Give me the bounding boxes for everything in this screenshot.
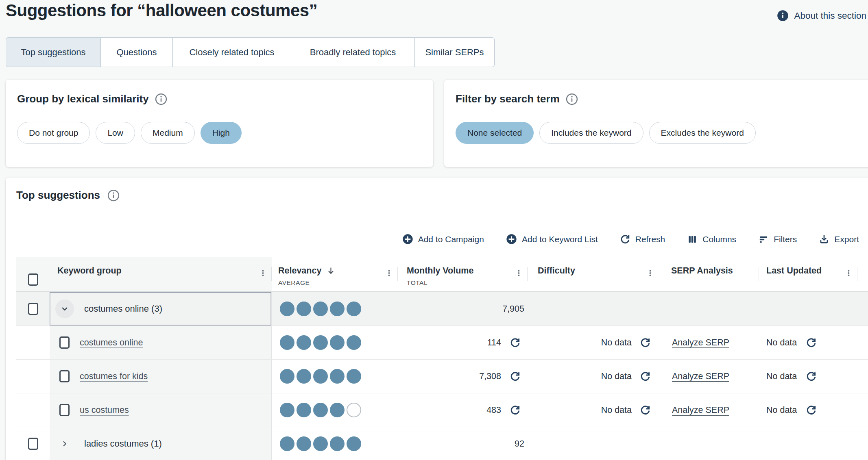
tab-closely-related-topics[interactable]: Closely related topics [172, 37, 291, 67]
monthly-volume-value: 7,308 [479, 371, 501, 382]
keyword-group-label: costumes online (3) [84, 304, 162, 314]
column-header-keyword-group: Keyword group [57, 266, 122, 276]
monthly-volume-value: 483 [486, 405, 501, 415]
info-icon[interactable] [107, 189, 120, 202]
last-updated-value: No data [766, 405, 797, 415]
monthly-volume-value: 92 [515, 439, 524, 449]
last-updated-value: No data [766, 338, 797, 348]
add-to-campaign-button[interactable]: Add to Campaign [402, 234, 484, 245]
group-option-do-not-group[interactable]: Do not group [17, 122, 90, 144]
info-icon[interactable] [566, 93, 578, 105]
export-label: Export [834, 234, 859, 244]
refresh-updated-icon[interactable] [806, 371, 817, 382]
difficulty-value: No data [601, 338, 632, 348]
column-menu-icon[interactable] [515, 267, 523, 279]
difficulty-value: No data [601, 371, 632, 382]
filter-by-search-term-card: Filter by search term None selected Incl… [444, 80, 868, 167]
refresh-button[interactable]: Refresh [620, 234, 665, 245]
keyword-group-label: ladies costumes (1) [84, 438, 162, 449]
group-option-high[interactable]: High [201, 122, 242, 144]
suggestion-type-tabs: Top suggestions Questions Closely relate… [6, 37, 495, 67]
column-menu-icon[interactable] [646, 267, 654, 279]
keyword-link[interactable]: costumes online [80, 338, 143, 348]
difficulty-value: No data [601, 405, 632, 415]
group-by-card-title: Group by lexical similarity [17, 93, 149, 105]
refresh-difficulty-icon[interactable] [640, 405, 651, 416]
refresh-difficulty-icon[interactable] [640, 371, 651, 382]
column-header-serp-analysis: SERP Analysis [671, 266, 733, 276]
tab-similar-serps[interactable]: Similar SERPs [414, 37, 495, 67]
row-checkbox[interactable] [59, 404, 70, 416]
filter-icon [758, 234, 769, 245]
row-checkbox[interactable] [59, 336, 70, 349]
refresh-volume-icon[interactable] [510, 337, 521, 348]
search-option-none-selected[interactable]: None selected [456, 122, 534, 144]
info-icon[interactable] [155, 93, 167, 105]
refresh-volume-icon[interactable] [510, 371, 521, 382]
expand-group-chevron-icon[interactable] [55, 434, 74, 453]
filters-label: Filters [774, 234, 797, 244]
page-title: Suggestions for “halloween costumes” [6, 1, 317, 20]
add-to-keyword-list-button[interactable]: Add to Keyword List [506, 234, 598, 245]
add-to-keyword-list-label: Add to Keyword List [522, 234, 598, 244]
analyze-serp-link[interactable]: Analyze SERP [672, 405, 729, 415]
last-updated-value: No data [766, 371, 797, 382]
keyword-link[interactable]: us costumes [80, 405, 129, 415]
top-suggestions-panel: Top suggestions Add to Campaign Add to K… [6, 178, 868, 460]
refresh-updated-icon[interactable] [806, 337, 817, 348]
column-subheader-average: AVERAGE [278, 279, 398, 286]
search-option-includes-keyword[interactable]: Includes the keyword [539, 122, 643, 144]
plus-circle-icon [402, 234, 413, 245]
group-option-low[interactable]: Low [96, 122, 135, 144]
column-subheader-total: TOTAL [407, 279, 528, 286]
tab-top-suggestions[interactable]: Top suggestions [6, 37, 101, 67]
keyword-suggestions-table: Keyword group Relevancy AVERAGE Monthly … [16, 257, 868, 460]
monthly-volume-value: 7,905 [502, 304, 524, 314]
column-menu-icon[interactable] [845, 267, 853, 279]
columns-label: Columns [702, 234, 736, 244]
tab-broadly-related-topics[interactable]: Broadly related topics [291, 37, 415, 67]
analyze-serp-link[interactable]: Analyze SERP [672, 371, 729, 382]
relevancy-dots [280, 403, 361, 417]
filters-button[interactable]: Filters [758, 234, 797, 245]
row-checkbox[interactable] [28, 438, 38, 450]
filter-by-card-title: Filter by search term [456, 93, 560, 105]
table-row-keyword-us-costumes: us costumes 483 No data Analyze SERP No … [16, 393, 868, 427]
table-toolbar: Add to Campaign Add to Keyword List Refr… [402, 234, 859, 245]
relevancy-dots [280, 302, 361, 316]
section-title: Top suggestions [16, 189, 100, 202]
plus-circle-icon [506, 234, 517, 245]
refresh-icon [620, 234, 630, 245]
refresh-difficulty-icon[interactable] [640, 337, 651, 348]
select-all-checkbox[interactable] [28, 273, 38, 286]
column-menu-icon[interactable] [259, 267, 267, 279]
tab-questions[interactable]: Questions [100, 37, 173, 67]
row-checkbox[interactable] [59, 370, 70, 382]
table-row-keyword-costumes-for-kids: costumes for kids 7,308 No data Analyze … [16, 359, 868, 393]
info-icon [777, 10, 789, 22]
group-by-lexical-similarity-card: Group by lexical similarity Do not group… [6, 80, 433, 167]
export-button[interactable]: Export [819, 234, 859, 245]
about-this-section-link[interactable]: About this section [777, 10, 866, 22]
refresh-updated-icon[interactable] [806, 405, 817, 416]
table-row-group-costumes-online: costumes online (3) 7,905 [16, 292, 868, 325]
table-header-row: Keyword group Relevancy AVERAGE Monthly … [16, 257, 868, 292]
add-to-campaign-label: Add to Campaign [418, 234, 484, 244]
sort-descending-icon [326, 266, 336, 276]
analyze-serp-link[interactable]: Analyze SERP [672, 338, 729, 348]
refresh-label: Refresh [635, 234, 665, 244]
column-menu-icon[interactable] [385, 267, 393, 279]
refresh-volume-icon[interactable] [510, 405, 521, 416]
row-checkbox[interactable] [28, 303, 38, 315]
column-header-relevancy[interactable]: Relevancy [278, 266, 336, 276]
search-option-excludes-keyword[interactable]: Excludes the keyword [649, 122, 756, 144]
columns-button[interactable]: Columns [687, 234, 736, 245]
keyword-link[interactable]: costumes for kids [80, 371, 148, 382]
collapse-group-chevron-icon[interactable] [55, 299, 74, 318]
download-icon [819, 234, 829, 245]
column-header-monthly-volume: Monthly Volume [407, 266, 473, 276]
column-header-last-updated: Last Updated [766, 266, 822, 276]
relevancy-dots [280, 335, 361, 350]
relevancy-dots [280, 369, 361, 384]
group-option-medium[interactable]: Medium [141, 122, 195, 144]
